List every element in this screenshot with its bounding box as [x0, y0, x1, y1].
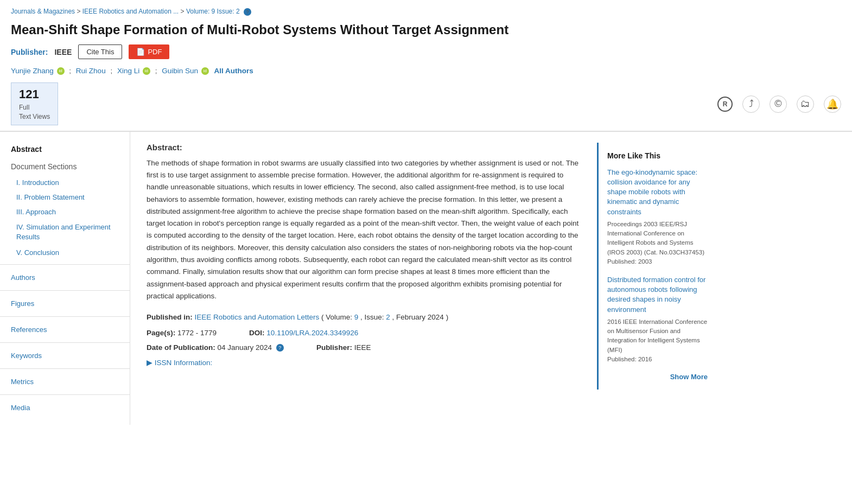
main-layout: Abstract Document Sections I. Introducti… — [0, 132, 852, 425]
right-panel-title: More Like This — [607, 151, 708, 160]
published-in-label: Published in: — [147, 313, 193, 321]
pdf-button[interactable]: 📄 PDF — [129, 44, 169, 59]
abstract-sidebar-title: Abstract — [0, 141, 130, 158]
sidebar-divider-6 — [0, 394, 130, 395]
related-item-1-meta: Proceedings 2003 IEEE/RSJ International … — [607, 220, 708, 257]
views-badge: 121 Full Text Views — [11, 82, 58, 125]
pages-info: Page(s): 1772 - 1779 — [147, 329, 217, 337]
published-in: Published in: IEEE Robotics and Automati… — [147, 313, 581, 321]
sidebar-divider-5 — [0, 368, 130, 369]
breadcrumb-journals[interactable]: Journals & Magazines — [11, 8, 75, 15]
author-2[interactable]: Rui Zhou — [76, 67, 106, 75]
orcid-icon-4: id — [201, 67, 209, 75]
views-count: 121 — [19, 86, 50, 103]
related-item-1-published: Published: 2003 — [607, 257, 708, 266]
sidebar-divider-1 — [0, 264, 130, 265]
sidebar-item-problem-statement[interactable]: II. Problem Statement — [0, 190, 130, 205]
pub-month: February 2024 — [396, 313, 444, 321]
orcid-icon-3: id — [143, 67, 150, 75]
breadcrumb-help-icon[interactable]: ? — [244, 8, 251, 16]
sidebar-item-introduction[interactable]: I. Introduction — [0, 175, 130, 190]
date-help-icon[interactable]: ? — [276, 344, 284, 352]
related-item-2-published: Published: 2016 — [607, 355, 708, 364]
sidebar-item-simulation[interactable]: IV. Simulation and Experiment Results — [0, 219, 130, 245]
right-panel: More Like This The ego-kinodynamic space… — [597, 143, 716, 390]
volume-link[interactable]: 9 — [354, 313, 359, 321]
author-3[interactable]: Xing Li — [117, 67, 139, 75]
sidebar-item-conclusion[interactable]: V. Conclusion — [0, 245, 130, 260]
sidebar: Abstract Document Sections I. Introducti… — [0, 132, 130, 425]
publisher-meta-label: Publisher: — [316, 343, 352, 352]
author-1[interactable]: Yunjie Zhang — [11, 67, 54, 75]
sidebar-link-authors[interactable]: Authors — [0, 269, 130, 286]
share-icon[interactable]: ⤴ — [742, 95, 760, 113]
publisher-info: Publisher: IEEE — [316, 343, 371, 352]
breadcrumb-journal[interactable]: IEEE Robotics and Automation ... — [82, 8, 179, 15]
abstract-body: The methods of shape formation in robot … — [147, 157, 581, 302]
action-icons: R ⤴ © 🗂 🔔 — [717, 95, 841, 113]
related-item-2-meta: 2016 IEEE International Conference on Mu… — [607, 317, 708, 355]
cite-button[interactable]: Cite This — [78, 44, 122, 59]
breadcrumb-volume[interactable]: Volume: 9 Issue: 2 — [186, 8, 240, 15]
show-more-link[interactable]: Show More — [607, 373, 708, 381]
sidebar-link-keywords[interactable]: Keywords — [0, 347, 130, 364]
publisher-label: Publisher: — [11, 48, 48, 56]
pub-meta-row-1: Page(s): 1772 - 1779 DOI: 10.1109/LRA.20… — [147, 329, 581, 337]
authors-row: Yunjie Zhang id ; Rui Zhou ; Xing Li id … — [11, 67, 841, 75]
bell-icon[interactable]: 🔔 — [824, 95, 841, 113]
pdf-icon: 📄 — [136, 48, 145, 56]
all-authors-link[interactable]: All Authors — [214, 67, 253, 75]
sidebar-link-figures[interactable]: Figures — [0, 295, 130, 312]
sidebar-divider-2 — [0, 290, 130, 291]
sidebar-divider-4 — [0, 342, 130, 343]
sidebar-divider-3 — [0, 316, 130, 317]
sidebar-item-approach[interactable]: III. Approach — [0, 205, 130, 219]
date-label: Date of Publication: — [147, 343, 215, 352]
orcid-icon-1: id — [57, 67, 65, 75]
content-area: Abstract: The methods of shape formation… — [130, 132, 597, 425]
top-section: Journals & Magazines > IEEE Robotics and… — [0, 0, 852, 132]
date-info: Date of Publication: 04 January 2024 ? — [147, 343, 284, 352]
document-sections-title: Document Sections — [0, 158, 130, 175]
author-4[interactable]: Guibin Sun — [162, 67, 198, 75]
copyright-icon[interactable]: © — [770, 95, 787, 113]
metrics-row: 121 Full Text Views R ⤴ © 🗂 🔔 — [11, 82, 841, 130]
publisher-name: IEEE — [54, 48, 72, 56]
related-item-1-link[interactable]: The ego-kinodynamic space: collision avo… — [607, 168, 708, 217]
sidebar-link-metrics[interactable]: Metrics — [0, 373, 130, 390]
doi-label: DOI: — [249, 329, 265, 337]
doi-info: DOI: 10.1109/LRA.2024.3349926 — [249, 329, 358, 337]
sidebar-link-media[interactable]: Media — [0, 399, 130, 416]
views-label-line2: Text Views — [19, 112, 50, 122]
related-item-2: Distributed formation control for autono… — [607, 275, 708, 364]
related-item-2-link[interactable]: Distributed formation control for autono… — [607, 275, 708, 315]
journal-link[interactable]: IEEE Robotics and Automation Letters — [195, 313, 320, 321]
abstract-heading: Abstract: — [147, 143, 581, 152]
views-label-line1: Full — [19, 103, 50, 112]
issue-link[interactable]: 2 — [386, 313, 390, 321]
related-item-1: The ego-kinodynamic space: collision avo… — [607, 168, 708, 266]
pages-label: Page(s): — [147, 329, 175, 337]
publisher-row: Publisher: IEEE Cite This 📄 PDF — [11, 44, 841, 59]
ieee-rights-icon[interactable]: R — [717, 97, 733, 112]
pub-meta-row-2: Date of Publication: 04 January 2024 ? P… — [147, 343, 581, 352]
sidebar-link-references[interactable]: References — [0, 321, 130, 338]
doi-link[interactable]: 10.1109/LRA.2024.3349926 — [266, 329, 358, 337]
folder-icon[interactable]: 🗂 — [797, 95, 814, 113]
page-title: Mean-Shift Shape Formation of Multi-Robo… — [11, 21, 841, 38]
issn-row[interactable]: ▶ ISSN Information: — [147, 358, 581, 367]
breadcrumb: Journals & Magazines > IEEE Robotics and… — [11, 8, 841, 16]
